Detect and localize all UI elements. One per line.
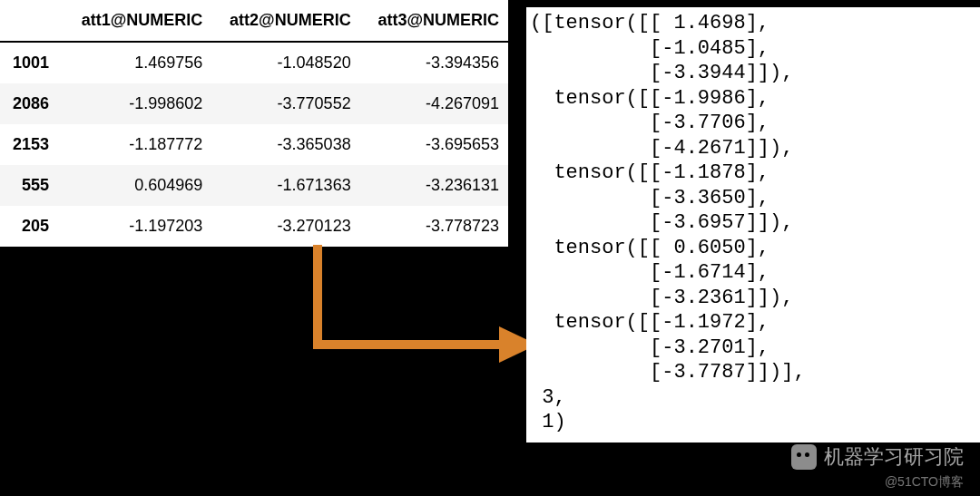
row-index: 555: [0, 165, 64, 206]
index-header: [0, 0, 64, 42]
cell-att3: -4.267091: [360, 83, 508, 124]
col-header-att3: att3@NUMERIC: [360, 0, 508, 42]
row-index: 2086: [0, 83, 64, 124]
cell-att3: -3.236131: [360, 165, 508, 206]
cell-att1: 1.469756: [64, 42, 211, 83]
transform-arrow-icon: [290, 245, 544, 390]
table-row: 2153-1.187772-3.365038-3.695653: [0, 124, 508, 165]
cell-att3: -3.778723: [360, 206, 508, 247]
row-index: 205: [0, 206, 64, 247]
col-header-att1: att1@NUMERIC: [64, 0, 211, 42]
watermark: 机器学习研习院: [791, 443, 964, 471]
watermark-text: 机器学习研习院: [824, 443, 964, 471]
row-index: 1001: [0, 42, 64, 83]
data-table-container: att1@NUMERIC att2@NUMERIC att3@NUMERIC 1…: [0, 0, 508, 247]
wechat-icon: [791, 444, 817, 470]
table-row: 10011.469756-1.048520-3.394356: [0, 42, 508, 83]
cell-att1: -1.998602: [64, 83, 211, 124]
cell-att1: -1.187772: [64, 124, 211, 165]
sub-watermark: @51CTO博客: [885, 474, 964, 491]
row-index: 2153: [0, 124, 64, 165]
table-row: 2086-1.998602-3.770552-4.267091: [0, 83, 508, 124]
table-row: 5550.604969-1.671363-3.236131: [0, 165, 508, 206]
col-header-att2: att2@NUMERIC: [211, 0, 359, 42]
tensor-output-code: ([tensor([[ 1.4698], [-1.0485], [-3.3944…: [526, 7, 980, 443]
cell-att2: -3.770552: [211, 83, 359, 124]
cell-att3: -3.695653: [360, 124, 508, 165]
cell-att3: -3.394356: [360, 42, 508, 83]
cell-att1: -1.197203: [64, 206, 211, 247]
cell-att1: 0.604969: [64, 165, 211, 206]
table-row: 205-1.197203-3.270123-3.778723: [0, 206, 508, 247]
cell-att2: -3.365038: [211, 124, 359, 165]
cell-att2: -1.671363: [211, 165, 359, 206]
cell-att2: -3.270123: [211, 206, 359, 247]
dataframe-table: att1@NUMERIC att2@NUMERIC att3@NUMERIC 1…: [0, 0, 508, 247]
cell-att2: -1.048520: [211, 42, 359, 83]
